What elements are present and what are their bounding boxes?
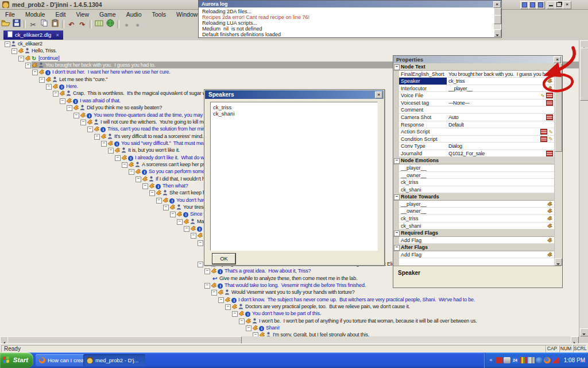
property-row[interactable]: ck_triss bbox=[393, 215, 561, 223]
property-label[interactable]: Voiceset tag bbox=[399, 99, 448, 107]
scroll-down-icon[interactable] bbox=[555, 258, 562, 266]
properties-scrollbar[interactable] bbox=[554, 63, 562, 266]
equalizer-dim-icon[interactable] bbox=[528, 357, 535, 363]
speakers-list[interactable]: ck_trissck_shani bbox=[210, 102, 378, 251]
property-label[interactable]: Response bbox=[399, 121, 448, 129]
minimize-icon[interactable] bbox=[547, 1, 555, 9]
property-label[interactable]: ck_triss bbox=[399, 215, 448, 223]
ok-button[interactable]: OK bbox=[212, 254, 235, 264]
collapse-toggle-icon[interactable]: − bbox=[394, 194, 400, 200]
property-label[interactable]: FinalEnglish_Short bbox=[399, 71, 448, 78]
property-value[interactable]: Default bbox=[447, 121, 556, 129]
expand-toggle-icon[interactable]: − bbox=[136, 177, 141, 182]
string-ref-icon[interactable] bbox=[540, 136, 547, 143]
edit-pencil-icon[interactable]: ✎ bbox=[540, 93, 545, 99]
picker-hand-icon[interactable] bbox=[547, 86, 553, 92]
expand-toggle-icon[interactable]: − bbox=[218, 297, 224, 303]
expand-toggle-icon[interactable]: − bbox=[204, 269, 210, 274]
property-row[interactable]: ck_shani bbox=[393, 223, 561, 230]
globe-icon[interactable] bbox=[105, 19, 115, 29]
section-header[interactable]: −Required Flags bbox=[393, 229, 554, 237]
expand-toggle-icon[interactable]: − bbox=[67, 105, 72, 111]
menu-item-view[interactable]: View bbox=[71, 10, 94, 18]
expand-toggle-icon[interactable]: − bbox=[184, 226, 189, 232]
expand-toggle-icon[interactable]: − bbox=[239, 319, 245, 324]
string-ref-icon[interactable] bbox=[546, 100, 553, 107]
expand-toggle-icon[interactable]: − bbox=[198, 262, 203, 267]
picker-hand-icon[interactable] bbox=[547, 216, 553, 222]
overflow-chevron-icon[interactable]: « bbox=[488, 357, 494, 363]
property-value[interactable] bbox=[447, 215, 556, 223]
property-row[interactable]: Comment bbox=[393, 106, 561, 114]
copy-icon[interactable] bbox=[38, 19, 49, 29]
badge-24-icon[interactable]: 24 bbox=[512, 357, 519, 363]
property-value[interactable]: ---None--- bbox=[447, 99, 556, 107]
log-scroll-thumb[interactable] bbox=[494, 15, 501, 24]
property-value[interactable] bbox=[447, 208, 556, 215]
tree-row[interactable]: −iShani! bbox=[0, 324, 579, 331]
menu-item-file[interactable]: File bbox=[0, 10, 20, 18]
property-label[interactable]: __owner__ bbox=[399, 172, 448, 179]
tab-close-icon[interactable]: × bbox=[56, 32, 59, 38]
property-label[interactable]: JournalId bbox=[399, 150, 448, 158]
expand-toggle-icon[interactable]: − bbox=[246, 325, 252, 331]
aurora-log-titlebar[interactable]: Aurora log × bbox=[199, 1, 501, 7]
collapse-toggle-icon[interactable]: − bbox=[394, 231, 400, 236]
property-row[interactable]: JournalIdQ1012_For_sale bbox=[393, 150, 561, 158]
property-label[interactable]: ck_triss bbox=[399, 179, 448, 186]
expand-toggle-icon[interactable]: − bbox=[149, 190, 155, 196]
property-section-header[interactable]: −Node Text bbox=[393, 63, 561, 71]
expand-toggle-icon[interactable]: − bbox=[115, 155, 121, 161]
expand-toggle-icon[interactable]: − bbox=[198, 240, 203, 246]
property-value[interactable] bbox=[447, 92, 556, 99]
property-label[interactable]: __player__ bbox=[399, 201, 448, 208]
property-value[interactable]: Dialog bbox=[447, 143, 556, 150]
record-1-icon[interactable]: ● bbox=[121, 19, 132, 29]
property-section-header[interactable]: −Rotate Towards bbox=[393, 193, 561, 201]
expand-toggle-icon[interactable]: − bbox=[142, 183, 148, 189]
red-app-icon[interactable] bbox=[496, 357, 502, 363]
property-value[interactable] bbox=[447, 172, 556, 179]
property-value[interactable] bbox=[447, 164, 556, 172]
open-folder-icon[interactable] bbox=[0, 19, 11, 29]
speaker-list-item[interactable]: ck_shani bbox=[213, 110, 235, 117]
expand-toggle-icon[interactable]: − bbox=[32, 70, 38, 75]
property-value[interactable] bbox=[447, 186, 556, 194]
collapse-toggle-icon[interactable]: − bbox=[394, 158, 400, 164]
expand-toggle-icon[interactable]: − bbox=[253, 332, 258, 336]
property-label[interactable]: Camera Shot bbox=[399, 114, 448, 121]
property-value[interactable] bbox=[447, 201, 556, 208]
property-label[interactable]: Action Script bbox=[399, 128, 448, 136]
scroll-down-icon[interactable] bbox=[494, 29, 501, 37]
tree-row[interactable]: −iI don't know. The subject has never co… bbox=[0, 296, 579, 303]
expand-toggle-icon[interactable]: − bbox=[18, 56, 24, 62]
taskbar-task-2[interactable]: med_prob2 - D'j... bbox=[83, 354, 145, 366]
string-ref-icon[interactable] bbox=[546, 93, 553, 99]
string-ref-icon[interactable] bbox=[540, 129, 547, 136]
expand-toggle-icon[interactable]: − bbox=[191, 233, 196, 239]
property-label[interactable]: Voice File bbox=[399, 92, 448, 99]
scroll-down-icon[interactable] bbox=[580, 328, 588, 336]
expand-toggle-icon[interactable]: − bbox=[232, 311, 238, 317]
tree-row[interactable]: −ck_elikaer2 bbox=[0, 40, 579, 47]
expand-toggle-icon[interactable]: − bbox=[204, 283, 210, 289]
string-ref-icon[interactable] bbox=[546, 151, 553, 158]
equalizer-icon[interactable] bbox=[520, 357, 527, 363]
property-row[interactable]: __player__ bbox=[393, 201, 561, 208]
property-row[interactable]: Camera ShotAuto bbox=[393, 114, 561, 121]
property-label[interactable]: __player__ bbox=[399, 164, 448, 172]
picker-hand-icon[interactable] bbox=[547, 237, 553, 244]
property-row[interactable]: Add Flag bbox=[393, 237, 561, 244]
expand-toggle-icon[interactable]: − bbox=[25, 63, 31, 68]
expand-toggle-icon[interactable]: − bbox=[87, 126, 93, 132]
menu-item-module[interactable]: Module bbox=[20, 10, 50, 18]
horizontal-scrollbar[interactable] bbox=[0, 336, 579, 343]
expand-toggle-icon[interactable]: − bbox=[60, 98, 65, 104]
expand-toggle-icon[interactable]: − bbox=[170, 212, 176, 217]
expand-toggle-icon[interactable]: − bbox=[122, 162, 127, 168]
property-value[interactable] bbox=[447, 251, 556, 259]
property-value[interactable] bbox=[447, 136, 556, 143]
undo-icon[interactable]: ↶ bbox=[66, 19, 77, 29]
picker-hand-icon[interactable] bbox=[547, 78, 553, 85]
property-row[interactable]: __owner__ bbox=[393, 208, 561, 215]
